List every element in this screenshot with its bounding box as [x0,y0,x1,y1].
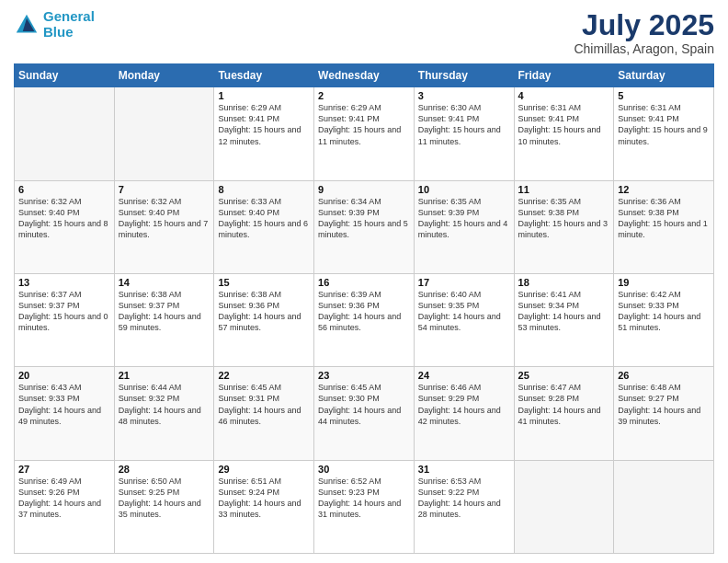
calendar-week-row: 13Sunrise: 6:37 AM Sunset: 9:37 PM Dayli… [15,273,714,366]
day-info: Sunrise: 6:45 AM Sunset: 9:30 PM Dayligh… [318,382,410,427]
day-info: Sunrise: 6:34 AM Sunset: 9:39 PM Dayligh… [318,196,410,241]
day-info: Sunrise: 6:41 AM Sunset: 9:34 PM Dayligh… [518,289,610,334]
weekday-header-cell: Thursday [414,64,514,87]
day-number: 25 [518,370,610,381]
calendar-week-row: 27Sunrise: 6:49 AM Sunset: 9:26 PM Dayli… [15,460,714,553]
calendar-day-cell: 28Sunrise: 6:50 AM Sunset: 9:25 PM Dayli… [114,460,214,553]
day-number: 26 [618,370,710,381]
calendar-day-cell: 18Sunrise: 6:41 AM Sunset: 9:34 PM Dayli… [514,273,614,366]
day-number: 9 [318,184,410,195]
day-number: 17 [418,277,510,288]
day-number: 12 [618,184,710,195]
day-info: Sunrise: 6:36 AM Sunset: 9:38 PM Dayligh… [618,196,710,241]
day-info: Sunrise: 6:44 AM Sunset: 9:32 PM Dayligh… [119,382,210,427]
weekday-header-cell: Friday [514,64,614,87]
calendar-week-row: 1Sunrise: 6:29 AM Sunset: 9:41 PM Daylig… [15,87,714,180]
calendar-day-cell: 5Sunrise: 6:31 AM Sunset: 9:41 PM Daylig… [614,87,714,180]
day-number: 28 [119,464,210,475]
day-number: 13 [18,277,110,288]
calendar-day-cell: 17Sunrise: 6:40 AM Sunset: 9:35 PM Dayli… [414,273,514,366]
calendar-day-cell: 23Sunrise: 6:45 AM Sunset: 9:30 PM Dayli… [314,367,415,460]
day-info: Sunrise: 6:51 AM Sunset: 9:24 PM Dayligh… [218,476,310,521]
day-info: Sunrise: 6:32 AM Sunset: 9:40 PM Dayligh… [119,196,210,241]
month-year: July 2025 [574,9,714,41]
day-number: 24 [418,370,510,381]
calendar-day-cell: 22Sunrise: 6:45 AM Sunset: 9:31 PM Dayli… [214,367,314,460]
logo: General Blue [14,9,95,40]
calendar-day-cell: 14Sunrise: 6:38 AM Sunset: 9:37 PM Dayli… [114,273,214,366]
calendar-week-row: 20Sunrise: 6:43 AM Sunset: 9:33 PM Dayli… [15,367,714,460]
day-info: Sunrise: 6:29 AM Sunset: 9:41 PM Dayligh… [218,102,310,147]
day-info: Sunrise: 6:39 AM Sunset: 9:36 PM Dayligh… [318,289,410,334]
day-number: 10 [418,184,510,195]
day-info: Sunrise: 6:29 AM Sunset: 9:41 PM Dayligh… [318,102,410,147]
location: Chimillas, Aragon, Spain [574,41,714,56]
day-number: 11 [518,184,610,195]
weekday-header-cell: Tuesday [214,64,314,87]
weekday-header-cell: Wednesday [314,64,415,87]
calendar-day-cell: 4Sunrise: 6:31 AM Sunset: 9:41 PM Daylig… [514,87,614,180]
day-info: Sunrise: 6:49 AM Sunset: 9:26 PM Dayligh… [18,476,110,521]
day-number: 20 [18,370,110,381]
day-number: 22 [218,370,310,381]
day-info: Sunrise: 6:52 AM Sunset: 9:23 PM Dayligh… [318,476,410,521]
day-number: 16 [318,277,410,288]
day-info: Sunrise: 6:30 AM Sunset: 9:41 PM Dayligh… [418,102,510,147]
day-info: Sunrise: 6:33 AM Sunset: 9:40 PM Dayligh… [218,196,310,241]
calendar-day-cell: 11Sunrise: 6:35 AM Sunset: 9:38 PM Dayli… [514,180,614,273]
day-number: 4 [518,90,610,101]
calendar-day-cell [15,87,115,180]
calendar-day-cell: 8Sunrise: 6:33 AM Sunset: 9:40 PM Daylig… [214,180,314,273]
day-number: 23 [318,370,410,381]
weekday-header-cell: Saturday [614,64,714,87]
day-info: Sunrise: 6:37 AM Sunset: 9:37 PM Dayligh… [18,289,110,334]
calendar-day-cell: 27Sunrise: 6:49 AM Sunset: 9:26 PM Dayli… [15,460,115,553]
day-info: Sunrise: 6:31 AM Sunset: 9:41 PM Dayligh… [618,102,710,147]
day-info: Sunrise: 6:40 AM Sunset: 9:35 PM Dayligh… [418,289,510,334]
day-number: 15 [218,277,310,288]
day-info: Sunrise: 6:31 AM Sunset: 9:41 PM Dayligh… [518,102,610,147]
day-info: Sunrise: 6:47 AM Sunset: 9:28 PM Dayligh… [518,382,610,427]
calendar-day-cell: 25Sunrise: 6:47 AM Sunset: 9:28 PM Dayli… [514,367,614,460]
day-number: 1 [218,90,310,101]
day-info: Sunrise: 6:45 AM Sunset: 9:31 PM Dayligh… [218,382,310,427]
day-number: 8 [218,184,310,195]
weekday-header-cell: Monday [114,64,214,87]
day-number: 27 [18,464,110,475]
logo-text: General Blue [43,9,95,40]
day-number: 2 [318,90,410,101]
calendar-day-cell: 16Sunrise: 6:39 AM Sunset: 9:36 PM Dayli… [314,273,415,366]
day-number: 14 [119,277,210,288]
calendar-day-cell: 1Sunrise: 6:29 AM Sunset: 9:41 PM Daylig… [214,87,314,180]
day-info: Sunrise: 6:35 AM Sunset: 9:39 PM Dayligh… [418,196,510,241]
calendar-day-cell: 12Sunrise: 6:36 AM Sunset: 9:38 PM Dayli… [614,180,714,273]
page: General Blue July 2025 Chimillas, Aragon… [0,0,728,563]
calendar-table: SundayMondayTuesdayWednesdayThursdayFrid… [14,63,714,554]
calendar-day-cell [514,460,614,553]
calendar-body: 1Sunrise: 6:29 AM Sunset: 9:41 PM Daylig… [15,87,714,554]
day-number: 29 [218,464,310,475]
day-number: 18 [518,277,610,288]
day-number: 5 [618,90,710,101]
calendar-week-row: 6Sunrise: 6:32 AM Sunset: 9:40 PM Daylig… [15,180,714,273]
day-number: 3 [418,90,510,101]
day-info: Sunrise: 6:48 AM Sunset: 9:27 PM Dayligh… [618,382,710,427]
title-block: July 2025 Chimillas, Aragon, Spain [574,9,714,56]
day-number: 30 [318,464,410,475]
calendar-day-cell: 7Sunrise: 6:32 AM Sunset: 9:40 PM Daylig… [114,180,214,273]
day-number: 31 [418,464,510,475]
day-info: Sunrise: 6:35 AM Sunset: 9:38 PM Dayligh… [518,196,610,241]
day-number: 7 [119,184,210,195]
calendar-day-cell: 29Sunrise: 6:51 AM Sunset: 9:24 PM Dayli… [214,460,314,553]
weekday-header-cell: Sunday [15,64,115,87]
calendar-day-cell: 3Sunrise: 6:30 AM Sunset: 9:41 PM Daylig… [414,87,514,180]
day-info: Sunrise: 6:50 AM Sunset: 9:25 PM Dayligh… [119,476,210,521]
calendar-day-cell: 26Sunrise: 6:48 AM Sunset: 9:27 PM Dayli… [614,367,714,460]
weekday-header-row: SundayMondayTuesdayWednesdayThursdayFrid… [15,64,714,87]
calendar-day-cell: 6Sunrise: 6:32 AM Sunset: 9:40 PM Daylig… [15,180,115,273]
day-info: Sunrise: 6:53 AM Sunset: 9:22 PM Dayligh… [418,476,510,521]
header: General Blue July 2025 Chimillas, Aragon… [14,9,714,56]
day-number: 19 [618,277,710,288]
calendar-day-cell: 30Sunrise: 6:52 AM Sunset: 9:23 PM Dayli… [314,460,415,553]
calendar-header: SundayMondayTuesdayWednesdayThursdayFrid… [15,64,714,87]
